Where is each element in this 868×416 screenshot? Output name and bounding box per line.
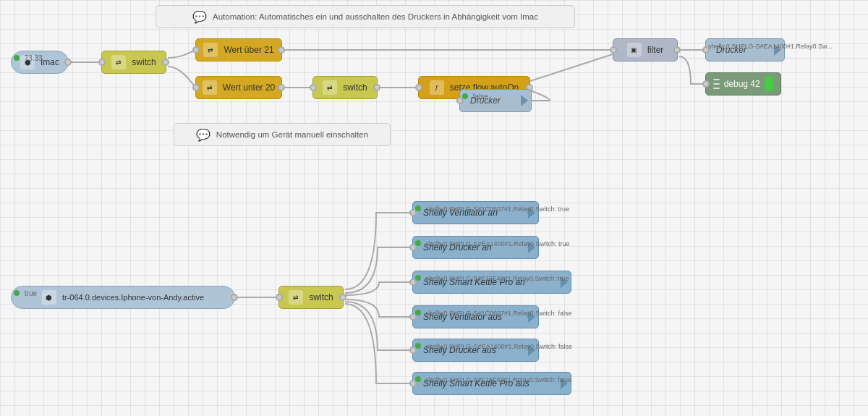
switch2-icon: ⇄	[323, 80, 337, 95]
filter-port-left[interactable]	[610, 46, 617, 54]
iphone-label: tr-064.0.devices.Iphone-von-Andy.active	[62, 293, 204, 302]
wert-unter-port-left[interactable]	[192, 84, 200, 91]
filter-icon: ▣	[627, 43, 642, 57]
iphone-icon: ⬢	[42, 290, 56, 305]
switch3-port-right[interactable]	[339, 294, 346, 301]
imac-label: Imac	[41, 57, 59, 67]
imac-status: 73.33	[14, 54, 43, 62]
flow-canvas: 💬 Automation: Automatisches ein und auss…	[0, 0, 868, 416]
switch2-port-right[interactable]	[373, 84, 380, 91]
wert-uber-port-right[interactable]	[278, 46, 285, 54]
switch3-port-left[interactable]	[276, 294, 283, 301]
wert-unter-label: Wert unter 20	[223, 82, 275, 93]
wert-uber-label: Wert über 21	[224, 45, 273, 55]
switch1-port-right[interactable]	[162, 59, 169, 66]
switch3-icon: ⇄	[289, 290, 303, 305]
comment2-label: Notwendig um Gerät manuell einschalten	[216, 130, 368, 139]
debug-lines-icon	[713, 79, 720, 89]
switch2-port-left[interactable]	[310, 84, 317, 91]
switch1-port-left[interactable]	[98, 59, 106, 66]
shelly-drucker-aus-status: shelly.0.SHPLG-S#EA1400#1.Relay0.Switch:…	[415, 343, 572, 350]
iphone-port-right[interactable]	[231, 294, 238, 301]
debug42-label: debug 42	[724, 79, 760, 89]
drucker2-status: false	[462, 93, 488, 101]
debug42-port-left[interactable]	[702, 80, 710, 88]
shelly-kettle-aus-status: shelly.0.SHPLG-S#F15F42#1.Relay0.Switch:…	[415, 376, 571, 383]
comment1-label: Automation: Automatisches ein und aussch…	[213, 12, 538, 21]
setze-icon: ƒ	[430, 80, 444, 95]
shelly-ventilator-aus-status: shelly.0.SHPLG-S#1C0607#1.Relay0.Switch:…	[415, 310, 571, 317]
switch3-label: switch	[309, 292, 333, 302]
setze-port-left[interactable]	[415, 84, 422, 91]
wert-unter-icon: ⇄	[203, 80, 217, 95]
iphone-status: true	[14, 289, 37, 297]
wert-uber-port-left[interactable]	[192, 46, 200, 54]
debug42-green-indicator	[765, 77, 773, 91]
shelly-kettle-an-status: shelly.0.SHPLG-S#F15F42#1.Relay0.Switch:…	[415, 275, 569, 282]
switch1-icon: ⇄	[111, 55, 126, 69]
wert-unter-port-right[interactable]	[278, 84, 285, 91]
imac-port-right[interactable]	[64, 59, 72, 66]
shelly-drucker-an-status: shelly.0.SHPLG-S#EA1400#1.Relay0.Switch:…	[415, 240, 569, 247]
filter-label: filter	[647, 45, 664, 55]
filter-port-right[interactable]	[673, 46, 681, 54]
wert-uber-icon: ⇄	[203, 43, 218, 57]
switch1-label: switch	[132, 57, 156, 67]
shelly-ventilator-an-status: shelly.0.SHPLG-S#1C0607#1.Relay0.Switch:…	[415, 205, 569, 213]
drucker1-status: shelly.0.SHPLG-S#EA1400#1.Relay0.Sw...	[708, 43, 832, 50]
switch2-label: switch	[343, 82, 367, 93]
